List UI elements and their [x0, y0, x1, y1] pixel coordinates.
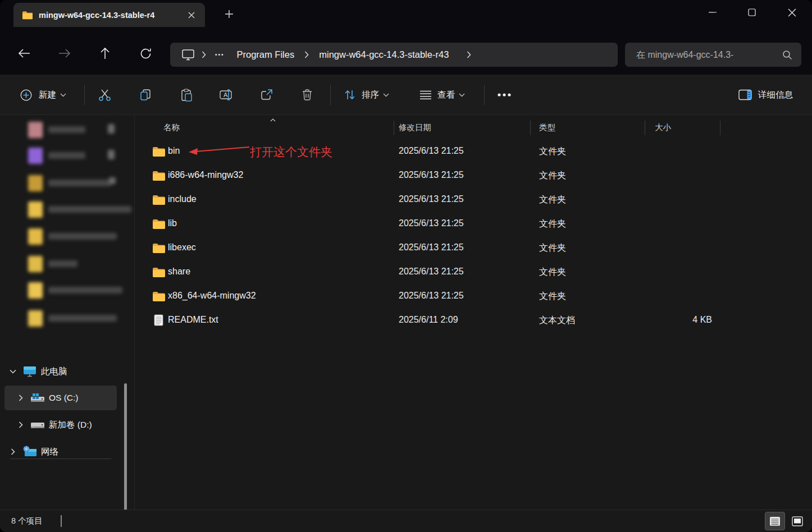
view-button[interactable]: 查看 [414, 82, 471, 107]
up-button[interactable] [93, 43, 117, 64]
column-header-name[interactable]: 名称 [163, 117, 180, 137]
details-pane-button[interactable]: 详细信息 [733, 82, 799, 107]
sort-label: 排序 [362, 89, 379, 101]
new-button[interactable]: 新建 [13, 82, 73, 107]
sidebar-item-label: 网络 [41, 446, 58, 458]
paste-button[interactable] [174, 82, 199, 107]
breadcrumb-chevron-icon[interactable] [463, 51, 475, 58]
column-divider[interactable] [394, 121, 394, 135]
file-row-share[interactable]: share 2025/6/13 21:25 文件夹 [139, 261, 808, 285]
chevron-down-icon[interactable] [4, 369, 21, 374]
breadcrumb-ellipsis[interactable]: ••• [209, 52, 230, 58]
trash-icon [302, 89, 313, 101]
explorer-tab[interactable]: mingw-w64-gcc-14.3-stable-r4 [13, 3, 205, 27]
folder-icon [152, 171, 165, 184]
paste-icon [181, 89, 193, 102]
delete-button[interactable] [295, 82, 320, 107]
chevron-right-icon[interactable] [4, 448, 21, 455]
chevron-right-icon[interactable] [12, 421, 29, 428]
sidebar: 此电脑 OS (C:) 新加卷 (D:) [0, 115, 134, 510]
column-header-size[interactable]: 大小 [655, 117, 671, 137]
titlebar: mingw-w64-gcc-14.3-stable-r4 [0, 0, 812, 27]
sidebar-item-new-volume-d[interactable]: 新加卷 (D:) [4, 412, 117, 437]
tab-title: mingw-w64-gcc-14.3-stable-r4 [39, 11, 174, 20]
file-date: 2025/6/13 21:25 [399, 267, 464, 277]
toolbar-divider [484, 85, 485, 105]
search-input[interactable] [636, 50, 771, 60]
back-button[interactable] [12, 43, 36, 64]
file-explorer-window: mingw-w64-gcc-14.3-stable-r4 [0, 0, 812, 532]
details-label: 详细信息 [758, 89, 793, 101]
breadcrumb-program-files[interactable]: Program Files [230, 49, 302, 60]
refresh-button[interactable] [134, 43, 157, 64]
file-date: 2025/6/13 21:25 [399, 146, 464, 156]
file-row-readme[interactable]: README.txt 2025/6/11 2:09 文本文档 4 KB [139, 309, 808, 333]
file-row-x86-64[interactable]: x86_64-w64-mingw32 2025/6/13 21:25 文件夹 [139, 285, 808, 309]
toolbar-divider [84, 85, 85, 105]
column-divider[interactable] [720, 121, 720, 135]
file-type: 文件夹 [539, 146, 566, 158]
details-pane-icon [738, 89, 752, 100]
minimize-button[interactable] [700, 0, 726, 25]
column-header-date[interactable]: 修改日期 [399, 117, 431, 137]
share-button[interactable] [254, 82, 279, 107]
column-divider[interactable] [645, 121, 645, 135]
file-name: README.txt [168, 315, 218, 325]
file-type: 文本文档 [539, 315, 575, 327]
file-type: 文件夹 [539, 242, 566, 254]
this-pc-icon[interactable] [178, 49, 198, 61]
file-type: 文件夹 [539, 218, 566, 230]
file-name: bin [168, 146, 180, 156]
file-size: 4 KB [655, 315, 712, 325]
file-type: 文件夹 [539, 291, 566, 302]
column-header-type[interactable]: 类型 [539, 117, 555, 137]
more-options-button[interactable] [492, 82, 517, 107]
file-name: i686-w64-mingw32 [168, 170, 243, 180]
column-divider[interactable] [530, 121, 531, 135]
breadcrumb-current-folder[interactable]: mingw-w64-gcc-14.3-stable-r43 [312, 49, 455, 60]
chevron-down-icon [60, 93, 66, 97]
rename-button[interactable]: A [214, 82, 239, 107]
file-date: 2025/6/13 21:25 [399, 218, 464, 228]
sidebar-item-os-c[interactable]: OS (C:) [4, 386, 117, 410]
cut-button[interactable] [92, 82, 117, 107]
copy-button[interactable] [133, 82, 158, 107]
sidebar-item-this-pc[interactable]: 此电脑 [4, 359, 117, 384]
item-count: 8 个项目 [11, 516, 43, 526]
file-type: 文件夹 [539, 267, 566, 278]
annotation-arrow [186, 143, 254, 158]
sidebar-item-label: 新加卷 (D:) [49, 419, 92, 431]
file-name: lib [168, 218, 177, 228]
file-type: 文件夹 [539, 194, 566, 206]
navigation-bar: ••• Program Files mingw-w64-gcc-14.3-sta… [0, 27, 812, 75]
new-tab-button[interactable] [219, 4, 239, 24]
forward-button[interactable] [53, 43, 76, 64]
annotation-text: 打开这个文件夹 [250, 144, 332, 160]
search-box[interactable] [625, 43, 801, 67]
sort-icon [344, 89, 356, 100]
file-row-lib[interactable]: lib 2025/6/13 21:25 文件夹 [139, 213, 808, 237]
view-list-icon [419, 90, 432, 100]
address-bar[interactable]: ••• Program Files mingw-w64-gcc-14.3-sta… [170, 43, 618, 67]
details-view-toggle[interactable] [765, 512, 785, 530]
close-button[interactable] [779, 0, 805, 25]
file-name: include [168, 194, 197, 204]
file-row-i686[interactable]: i686-w64-mingw32 2025/6/13 21:25 文件夹 [139, 164, 808, 189]
breadcrumb-chevron-icon [198, 51, 209, 58]
file-type: 文件夹 [539, 170, 566, 182]
search-icon[interactable] [782, 50, 792, 60]
command-bar: 新建 A 排序 [0, 75, 812, 115]
file-date: 2025/6/13 21:25 [399, 194, 464, 204]
ellipsis-icon [498, 93, 511, 97]
large-icons-view-toggle[interactable] [787, 512, 808, 530]
chevron-right-icon[interactable] [12, 395, 29, 401]
sort-button[interactable]: 排序 [338, 82, 395, 107]
maximize-button[interactable] [739, 0, 765, 25]
tab-close-icon[interactable] [184, 7, 199, 23]
file-row-include[interactable]: include 2025/6/13 21:25 文件夹 [139, 189, 808, 213]
sidebar-item-network[interactable]: 网络 [4, 439, 117, 464]
svg-text:A: A [223, 91, 228, 98]
sidebar-item-label: 此电脑 [41, 366, 67, 378]
file-row-libexec[interactable]: libexec 2025/6/13 21:25 文件夹 [139, 237, 808, 261]
folder-icon [152, 291, 165, 304]
